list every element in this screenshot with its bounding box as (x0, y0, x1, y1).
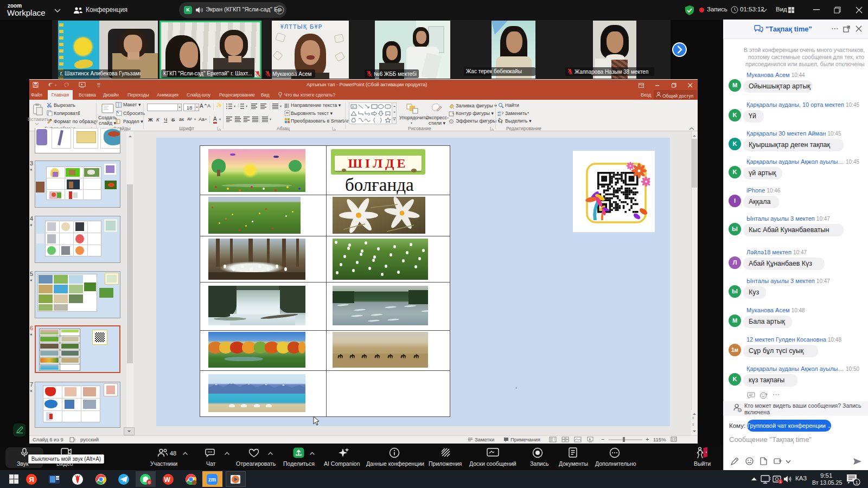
svg-text:6: 6 (148, 480, 151, 485)
svg-text:Я: Я (29, 476, 34, 484)
svg-text:2: 2 (238, 105, 239, 108)
svg-text:zm: zm (208, 477, 216, 483)
svg-text:1: 1 (856, 480, 858, 485)
svg-text:A: A (352, 105, 354, 108)
svg-text:ас: ас (497, 113, 501, 116)
svg-text:1: 1 (780, 480, 782, 484)
svg-text:W: W (164, 476, 171, 484)
